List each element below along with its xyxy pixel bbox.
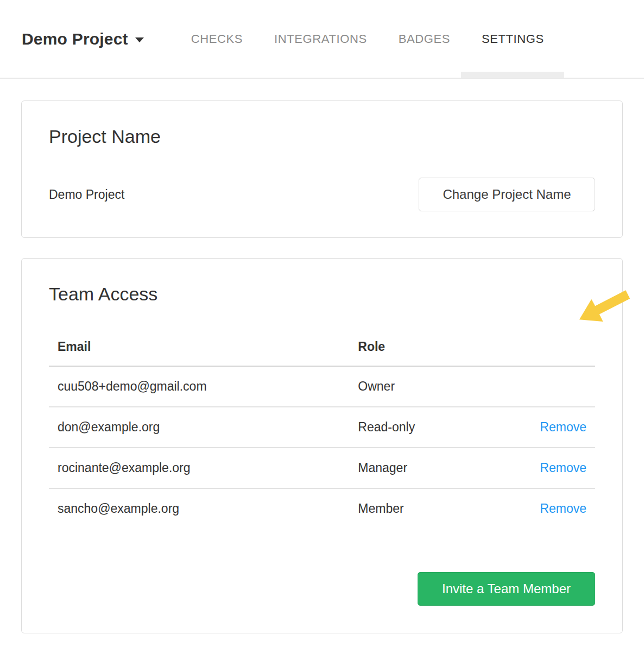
invite-team-member-button[interactable]: Invite a Team Member [418, 572, 595, 606]
top-nav: Demo Project CHECKSINTEGRATIONSBADGESSET… [0, 0, 644, 79]
change-project-name-button[interactable]: Change Project Name [419, 178, 595, 211]
table-header-row: Email Role [49, 334, 595, 366]
project-switcher[interactable]: Demo Project [22, 30, 144, 48]
tab-integrations[interactable]: INTEGRATIONS [258, 0, 383, 78]
member-role: Manager [349, 448, 519, 488]
team-access-title: Team Access [49, 284, 595, 305]
caret-down-icon [135, 37, 144, 42]
member-action-cell [519, 366, 595, 407]
project-name-value: Demo Project [49, 187, 124, 202]
role-column-header: Role [349, 334, 519, 366]
project-name-title: Project Name [49, 126, 595, 147]
tab-badges[interactable]: BADGES [383, 0, 466, 78]
table-row: don@example.orgRead-onlyRemove [49, 407, 595, 448]
project-switcher-label: Demo Project [22, 30, 128, 48]
invite-row: Invite a Team Member [49, 572, 595, 606]
project-settings-page: Project Name Demo Project Change Project… [21, 100, 623, 633]
member-email: rocinante@example.org [49, 448, 349, 488]
member-action-cell: Remove [519, 407, 595, 448]
member-role: Member [349, 488, 519, 529]
project-name-card: Project Name Demo Project Change Project… [21, 100, 623, 238]
member-email: cuu508+demo@gmail.com [49, 366, 349, 407]
remove-link[interactable]: Remove [540, 420, 586, 434]
member-email: don@example.org [49, 407, 349, 448]
team-members-table: Email Role cuu508+demo@gmail.comOwnerdon… [49, 334, 595, 529]
member-action-cell: Remove [519, 488, 595, 529]
remove-link[interactable]: Remove [540, 501, 586, 516]
member-role: Read-only [349, 407, 519, 448]
member-role: Owner [349, 366, 519, 407]
project-name-row: Demo Project Change Project Name [49, 178, 595, 211]
email-column-header: Email [49, 334, 349, 366]
table-row: sancho@example.orgMemberRemove [49, 488, 595, 529]
table-row: cuu508+demo@gmail.comOwner [49, 366, 595, 407]
tab-settings[interactable]: SETTINGS [466, 0, 560, 78]
remove-link[interactable]: Remove [540, 461, 586, 475]
action-column-header [519, 334, 595, 366]
member-email: sancho@example.org [49, 488, 349, 529]
team-access-card: Team Access Email Role cuu508+demo@gmail… [21, 258, 623, 633]
table-row: rocinante@example.orgManagerRemove [49, 448, 595, 488]
nav-tabs: CHECKSINTEGRATIONSBADGESSETTINGS [175, 0, 560, 78]
member-action-cell: Remove [519, 448, 595, 488]
tab-checks[interactable]: CHECKS [175, 0, 258, 78]
